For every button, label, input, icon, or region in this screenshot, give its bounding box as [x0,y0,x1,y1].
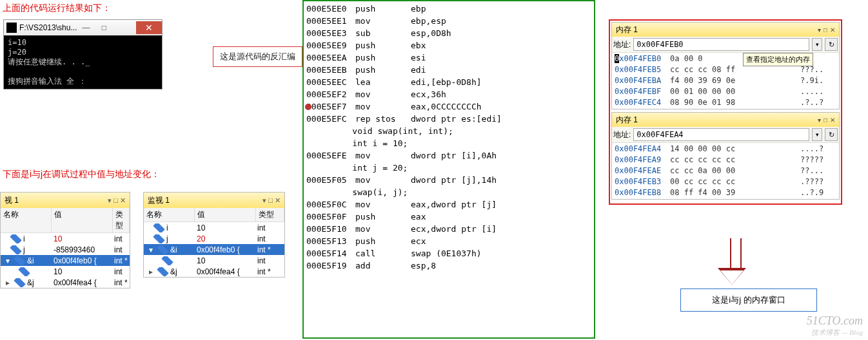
console-titlebar[interactable]: F:\VS2013\shu... — □ ✕ [4,20,162,35]
arrow-down-icon [727,238,744,285]
disasm-line[interactable]: 000E5F14callswap (0E1037h) [306,247,591,260]
disasm-line[interactable]: 000E5EEApushesi [306,52,591,64]
mem2-body[interactable]: 0x00F4FEA414 00 00 00 cc....?0x00F4FEA9c… [612,143,839,199]
disasm-line[interactable]: 000E5EFCrep stosdword ptr es:[edi] [306,113,591,125]
refresh-icon[interactable]: ↻ [825,38,838,51]
window-controls[interactable]: ▾ □ ✕ [108,196,126,205]
watch-header: 名称 值 类型 [1,208,130,233]
memory-row[interactable]: 0x00F4FEC408 90 0e 01 98.?..? [615,97,836,108]
disassembly-panel[interactable]: 000E5EE0pushebp000E5EE1movebp,esp000E5EE… [302,0,595,339]
col-value[interactable]: 值 [195,208,256,222]
disasm-line[interactable]: void swap(int, int); [306,125,591,137]
mem2-address-input[interactable] [633,128,809,141]
top-caption: 上面的代码运行结果如下： [3,3,111,14]
result-label: 这是i与j 的内存窗口 [680,288,817,312]
addr-label: 地址: [613,39,631,50]
watch-pane-1[interactable]: 视 1 ▾ □ ✕ 名称 值 类型 i10intj-858993460int▾&… [0,192,130,288]
watch1-body[interactable]: i10intj-858993460int▾&i0x00f4feb0 {int *… [1,233,130,288]
disasm-line[interactable]: 000E5F0Cmoveax,dword ptr [j] [306,198,591,211]
close-button[interactable]: ✕ [136,21,162,34]
watch-row[interactable]: ▸&j0x00f4fea4 {int * [1,277,130,288]
debug-caption: 下面是i与j在调试过程中值与地址变化： [3,169,160,180]
disasm-line[interactable]: 000E5F05movdword ptr [j],14h [306,174,591,186]
memory-group: 内存 1 ▾□✕ 地址: ▾ ↻ 查看指定地址的内存 0x00F4FEB00a … [609,19,842,205]
disasm-line[interactable]: 000E5F0Fpusheax [306,211,591,223]
col-value[interactable]: 值 [52,208,113,232]
mem2-addrbar: 地址: ▾ ↻ [612,127,839,143]
dropdown-icon[interactable]: ▾ [812,38,822,51]
console-title-text: F:\VS2013\shu... [19,23,77,32]
mem2-title[interactable]: 内存 1 ▾□✕ [612,113,839,127]
watch-header: 名称 值 类型 [144,208,284,222]
mem1-addrbar: 地址: ▾ ↻ [612,37,839,53]
watch1-title-text: 视 1 [5,195,19,206]
watch-row[interactable]: ▾&i0x00f4feb0 {int * [144,244,284,255]
refresh-icon[interactable]: ↻ [825,128,838,141]
watch-row[interactable]: 10int [1,266,130,277]
mem-title-text: 内存 1 [616,24,638,35]
mem1-address-input[interactable] [633,38,809,51]
disasm-line[interactable]: 000E5EF2movecx,36h [306,88,591,100]
col-name[interactable]: 名称 [1,208,52,232]
mem1-body[interactable]: 查看指定地址的内存 0x00F4FEB00a 00 00x00F4FEB5cc … [612,53,839,109]
disasm-line[interactable]: 000E5EE1movebp,esp [306,15,591,27]
disasm-line[interactable]: 000E5F13pushecx [306,235,591,247]
watch-row[interactable]: j-858993460int [1,244,130,255]
dropdown-icon[interactable]: ▾ [812,128,822,141]
mem1-title[interactable]: 内存 1 ▾□✕ [612,23,839,37]
memory-pane-1[interactable]: 内存 1 ▾□✕ 地址: ▾ ↻ 查看指定地址的内存 0x00F4FEB00a … [611,22,840,109]
disasm-line[interactable]: 000E5EF7moveax,0CCCCCCCCh [306,100,591,113]
src-label: 这是源代码的反汇编 [213,46,302,67]
disasm-line[interactable]: 000E5EE0pushebp [306,3,591,15]
watch-row[interactable]: 10int [144,255,284,266]
disasm-line[interactable]: 000E5EECleaedi,[ebp-0D8h] [306,76,591,88]
disasm-line[interactable]: int i = 10; [306,137,591,149]
watch2-title[interactable]: 监视 1 ▾ □ ✕ [144,193,284,208]
disasm-line[interactable]: 000E5EE9pushebx [306,39,591,52]
disasm-line[interactable]: 000E5F19addesp,8 [306,260,591,272]
disasm-line[interactable]: 000E5EEBpushedi [306,64,591,76]
addr-label: 地址: [613,129,631,140]
memory-row[interactable]: 0x00F4FEBAf4 00 39 69 0e?.9i. [615,75,836,86]
watch-row[interactable]: i10int [1,233,130,244]
col-type[interactable]: 类型 [113,208,130,232]
watch-row[interactable]: i10int [144,222,284,233]
watch-row[interactable]: j20int [144,233,284,244]
watch-row[interactable]: ▾&i0x00f4feb0 {int * [1,255,130,266]
memory-row[interactable]: 0x00F4FEB808 ff f4 00 39..?.9 [615,187,836,198]
watch2-title-text: 监视 1 [148,195,170,206]
minimize-button[interactable]: — [77,21,95,34]
col-name[interactable]: 名称 [144,208,195,222]
disasm-line[interactable]: 000E5EE3subesp,0D8h [306,27,591,39]
disasm-line[interactable]: int j = 20; [306,162,591,174]
mem-title-text: 内存 1 [616,115,638,126]
memory-row[interactable]: 0x00F4FEA414 00 00 00 cc....? [615,144,836,155]
console-window: F:\VS2013\shu... — □ ✕ i=10 j=20 请按任意键继续… [3,19,163,90]
watch-pane-2[interactable]: 监视 1 ▾ □ ✕ 名称 值 类型 i10intj20int▾&i0x00f4… [143,192,285,278]
watermark: 51CTO.com 技术博客 — Blog [807,314,863,337]
watch-row[interactable]: ▸&j0x00f4fea4 {int * [144,266,284,277]
memory-row[interactable]: 0x00F4FEB300 cc cc cc cc.???? [615,176,836,187]
console-output: i=10 j=20 请按任意键继续. . ._ 搜狗拼音输入法 全 ： [4,35,162,89]
disasm-line[interactable]: 000E5EFEmovdword ptr [i],0Ah [306,149,591,162]
disasm-line[interactable]: swap(i, j); [306,186,591,198]
memory-row[interactable]: 0x00F4FEAEcc cc 0a 00 00??... [615,165,836,176]
window-controls[interactable]: ▾□✕ [818,26,835,33]
disasm-line[interactable]: 000E5F10movecx,dword ptr [i] [306,223,591,235]
mem-tooltip: 查看指定地址的内存 [743,53,813,66]
memory-row[interactable]: 0x00F4FEBF00 01 00 00 00..... [615,86,836,97]
memory-row[interactable]: 0x00F4FEA9cc cc cc cc cc????? [615,155,836,165]
maximize-button[interactable]: □ [95,21,113,34]
window-controls[interactable]: ▾□✕ [818,117,835,124]
app-icon [6,23,17,33]
watch1-title[interactable]: 视 1 ▾ □ ✕ [1,193,130,208]
memory-pane-2[interactable]: 内存 1 ▾□✕ 地址: ▾ ↻ 0x00F4FEA414 00 00 00 c… [611,112,840,200]
watch2-body[interactable]: i10intj20int▾&i0x00f4feb0 {int * 10int▸&… [144,222,284,277]
window-controls[interactable]: ▾ □ ✕ [262,196,281,205]
col-type[interactable]: 类型 [256,208,284,222]
